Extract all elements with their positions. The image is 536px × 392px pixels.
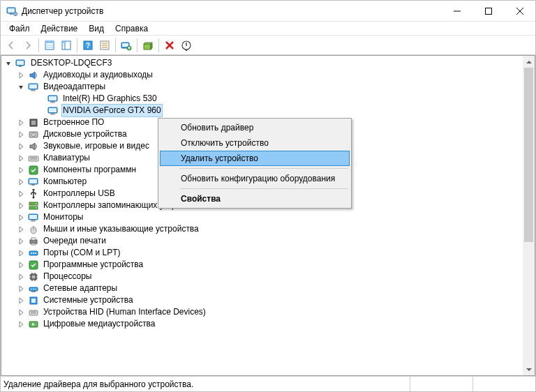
tree-node-label: Intel(R) HD Graphics 530 bbox=[61, 93, 158, 105]
context-menu-item[interactable]: Свойства bbox=[160, 191, 350, 206]
toolbar-view1-button[interactable] bbox=[42, 38, 57, 53]
toolbar-uninstall-button[interactable] bbox=[162, 38, 177, 53]
scroll-track[interactable] bbox=[523, 68, 535, 363]
svg-point-86 bbox=[31, 288, 32, 289]
context-menu-item[interactable]: Удалить устройство bbox=[160, 151, 350, 166]
svg-rect-28 bbox=[17, 61, 24, 65]
expand-icon[interactable] bbox=[17, 202, 25, 210]
tree-scroll-region[interactable]: DESKTOP-LDQECF3 Аудиовходы и аудиовыходы… bbox=[1, 56, 523, 375]
expand-icon[interactable] bbox=[17, 308, 25, 317]
svg-point-72 bbox=[35, 252, 36, 254]
expand-icon[interactable] bbox=[17, 154, 25, 163]
maximize-button[interactable] bbox=[472, 1, 504, 21]
tree-node-label: Сетевые адаптеры bbox=[42, 282, 119, 294]
tree-node-label: Контроллеры USB bbox=[42, 188, 117, 199]
context-menu-item[interactable]: Обновить драйвер bbox=[160, 120, 350, 135]
svg-point-46 bbox=[33, 134, 34, 135]
tree-category[interactable]: Процессоры bbox=[1, 271, 523, 282]
tree-node-label: Цифровые медиаустройства bbox=[42, 318, 157, 330]
expand-icon[interactable] bbox=[17, 142, 25, 151]
toolbar-view2-button[interactable] bbox=[59, 38, 74, 53]
tree-category[interactable]: Порты (COM и LPT) bbox=[1, 247, 523, 259]
close-button[interactable] bbox=[504, 1, 535, 21]
tree-node-label: Встроенное ПО bbox=[42, 116, 105, 128]
scroll-up-arrow[interactable] bbox=[523, 56, 535, 68]
expand-icon[interactable] bbox=[17, 166, 25, 174]
menu-help[interactable]: Справка bbox=[110, 22, 154, 35]
context-menu-item[interactable]: Отключить устройство bbox=[160, 135, 350, 151]
expand-icon[interactable] bbox=[17, 273, 25, 281]
app-icon bbox=[6, 6, 17, 17]
tree-area: DESKTOP-LDQECF3 Аудиовходы и аудиовыходы… bbox=[1, 55, 535, 376]
window: Диспетчер устройств Файл Действие Вид Сп… bbox=[0, 0, 536, 392]
expand-icon[interactable] bbox=[17, 261, 25, 269]
device-icon bbox=[28, 224, 39, 235]
menu-view[interactable]: Вид bbox=[83, 22, 110, 35]
device-icon bbox=[47, 93, 59, 105]
tree-category[interactable]: Программные устройства bbox=[1, 259, 523, 271]
minimize-button[interactable] bbox=[441, 1, 472, 21]
tree-category[interactable]: Цифровые медиаустройства bbox=[1, 318, 523, 330]
vertical-scrollbar[interactable] bbox=[523, 56, 535, 375]
expand-icon[interactable] bbox=[17, 296, 25, 305]
toolbar-help-button[interactable]: ? bbox=[80, 38, 96, 53]
toolbar-disable-button[interactable] bbox=[179, 38, 194, 53]
tree-node-label: Устройства HID (Human Interface Devices) bbox=[42, 306, 207, 318]
toolbar-update-driver-button[interactable] bbox=[119, 38, 134, 53]
collapse-icon[interactable] bbox=[17, 83, 25, 91]
svg-point-54 bbox=[33, 196, 35, 198]
device-icon bbox=[28, 165, 39, 176]
svg-rect-43 bbox=[31, 121, 36, 125]
expand-icon[interactable] bbox=[17, 225, 25, 234]
svg-point-87 bbox=[33, 288, 34, 289]
svg-rect-67 bbox=[31, 238, 36, 240]
expand-icon[interactable] bbox=[17, 130, 25, 139]
device-icon bbox=[28, 248, 39, 259]
tree-category[interactable]: Системные устройства bbox=[1, 294, 523, 306]
tree-category[interactable]: Мониторы bbox=[1, 211, 523, 223]
device-icon bbox=[28, 259, 39, 271]
svg-line-7 bbox=[516, 8, 523, 15]
scroll-down-arrow[interactable] bbox=[523, 363, 535, 375]
svg-rect-25 bbox=[144, 44, 151, 50]
tree-device[interactable]: Intel(R) HD Graphics 530 bbox=[1, 93, 523, 105]
tree-root[interactable]: DESKTOP-LDQECF3 bbox=[1, 57, 523, 69]
svg-point-59 bbox=[36, 207, 37, 209]
tree-device[interactable]: NVIDIA GeForce GTX 960 bbox=[1, 105, 523, 116]
device-icon bbox=[28, 117, 39, 128]
tree-category[interactable]: Мыши и иные указывающие устройства bbox=[1, 223, 523, 235]
tree-category[interactable]: Очереди печати bbox=[1, 235, 523, 247]
tree-node-label: Процессоры bbox=[42, 271, 94, 282]
toolbar-scan-button[interactable] bbox=[140, 38, 156, 53]
menu-action[interactable]: Действие bbox=[36, 22, 84, 35]
svg-rect-36 bbox=[51, 101, 54, 103]
expand-icon[interactable] bbox=[17, 213, 25, 222]
svg-rect-14 bbox=[62, 41, 65, 43]
tree-category[interactable]: Сетевые адаптеры bbox=[1, 282, 523, 294]
expand-icon[interactable] bbox=[17, 71, 25, 80]
tree-category[interactable]: Аудиовходы и аудиовыходы bbox=[1, 69, 523, 81]
svg-rect-66 bbox=[30, 240, 37, 243]
device-icon bbox=[28, 200, 39, 211]
expand-icon[interactable] bbox=[17, 237, 25, 246]
tree-node-label: DESKTOP-LDQECF3 bbox=[29, 57, 113, 69]
tree-node-label: NVIDIA GeForce GTX 960 bbox=[61, 104, 163, 117]
context-menu-item[interactable]: Обновить конфигурацию оборудования bbox=[160, 171, 350, 186]
menu-file[interactable]: Файл bbox=[3, 22, 36, 35]
expand-icon[interactable] bbox=[17, 285, 25, 293]
expand-icon[interactable] bbox=[17, 119, 25, 127]
svg-rect-68 bbox=[31, 243, 36, 245]
tree-category[interactable]: Видеоадаптеры bbox=[1, 81, 523, 93]
tree-node-label: Клавиатуры bbox=[42, 152, 91, 164]
collapse-icon[interactable] bbox=[4, 59, 13, 68]
tree-category[interactable]: Устройства HID (Human Interface Devices) bbox=[1, 306, 523, 318]
expand-icon[interactable] bbox=[17, 178, 25, 186]
expand-icon[interactable] bbox=[17, 249, 25, 257]
svg-line-6 bbox=[516, 8, 523, 15]
toolbar-properties-button[interactable] bbox=[97, 38, 112, 53]
expand-icon[interactable] bbox=[17, 190, 25, 198]
expand-icon[interactable] bbox=[17, 320, 25, 329]
tree-node-label: Очереди печати bbox=[42, 235, 107, 247]
scroll-thumb[interactable] bbox=[524, 68, 533, 242]
device-icon bbox=[28, 70, 39, 81]
